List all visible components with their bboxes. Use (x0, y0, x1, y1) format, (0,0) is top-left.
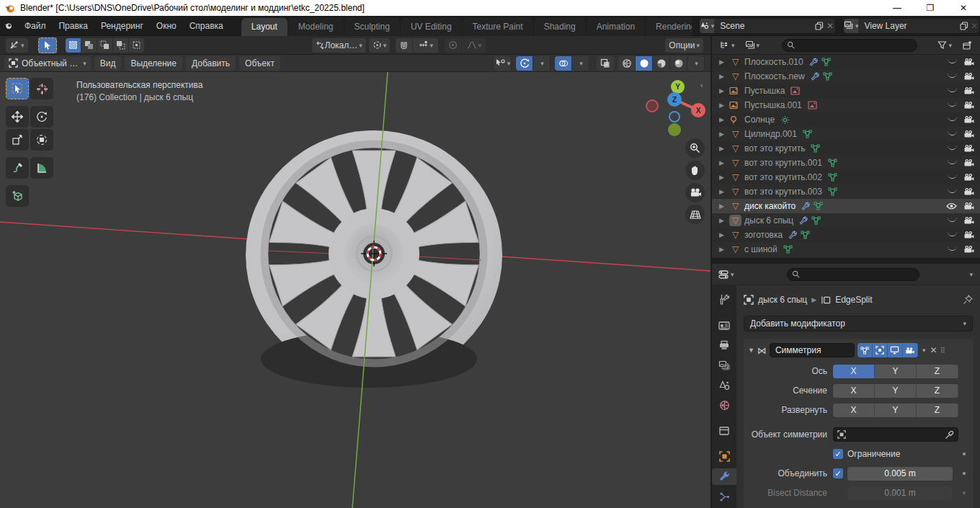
outliner-row[interactable]: ▶ ▽ зоготовка (712, 228, 980, 242)
object-name[interactable]: Цилиндр.001 (744, 129, 797, 139)
render-camera-icon[interactable] (963, 245, 974, 254)
hide-eye-closed-icon[interactable] (948, 159, 957, 164)
animate-dot[interactable] (963, 453, 966, 455)
minimize-button[interactable]: — (881, 0, 914, 16)
new-collection-button[interactable] (958, 38, 976, 53)
render-camera-icon[interactable] (963, 173, 974, 182)
zoom-view-button[interactable] (685, 138, 705, 158)
outliner-row[interactable]: ▶ ▽ Плоскость.new (712, 69, 980, 84)
expand-arrow-icon[interactable]: ▶ (719, 87, 729, 94)
object-name[interactable]: вот это крутить.001 (744, 158, 822, 168)
mirror-object-field[interactable] (833, 427, 958, 442)
gizmo-axis-z-neg[interactable] (669, 111, 680, 122)
toggle-realtime-display[interactable] (888, 343, 903, 357)
tool-transform-button[interactable] (30, 129, 53, 151)
tab-world[interactable] (712, 397, 736, 414)
hide-eye-closed-icon[interactable] (948, 102, 957, 107)
view-layer-copy-button[interactable] (958, 22, 970, 30)
hide-eye-closed-icon[interactable] (948, 73, 957, 78)
render-camera-icon[interactable] (963, 187, 974, 196)
object-name[interactable]: вот это крутить.003 (744, 187, 822, 197)
active-tool-select-box[interactable] (38, 37, 57, 53)
tool-annotate-button[interactable] (6, 157, 29, 179)
pan-view-button[interactable] (685, 161, 705, 180)
expand-arrow-icon[interactable]: ▶ (719, 130, 729, 138)
tab-collection[interactable] (712, 422, 736, 440)
expand-arrow-icon[interactable]: ▶ (719, 73, 729, 80)
axis-x-button[interactable]: X (833, 404, 875, 417)
modifier-extras-dropdown[interactable]: ▾ (922, 347, 926, 354)
tool-cursor-button[interactable] (30, 78, 53, 99)
tab-particles[interactable] (712, 488, 736, 505)
outliner-row[interactable]: ▶ ▽ Плоскость.010 (712, 55, 980, 69)
viewport-menu-item[interactable]: Выделение (125, 56, 182, 71)
axis-x-button[interactable]: X (833, 365, 875, 378)
outliner-row[interactable]: ▶ Солнце (712, 112, 980, 127)
render-camera-icon[interactable] (963, 58, 974, 66)
tool-scale-button[interactable] (6, 129, 29, 151)
select-mode-new[interactable] (66, 38, 81, 53)
workspace-tab[interactable]: UV Editing (401, 18, 462, 36)
hide-eye-closed-icon[interactable] (948, 231, 957, 236)
axis-y-button[interactable]: Y (875, 404, 917, 417)
render-camera-icon[interactable] (963, 86, 974, 95)
overlays-toggle[interactable] (555, 56, 572, 71)
object-name[interactable]: с шиной (744, 244, 778, 254)
panel-expand-arrow[interactable]: ▼ (748, 347, 754, 354)
expand-arrow-icon[interactable]: ▶ (719, 116, 729, 123)
hide-eye-closed-icon[interactable] (948, 87, 957, 92)
breadcrumb-modifier[interactable]: EdgeSplit (835, 295, 872, 305)
modifier-drag-handle[interactable]: ⠿ (940, 347, 946, 355)
gizmo-axis-x[interactable]: X (691, 103, 705, 117)
shading-solid-button[interactable] (636, 56, 653, 71)
transform-orientation-dropdown[interactable]: Локал…▾ (312, 38, 366, 53)
render-camera-icon[interactable] (963, 144, 974, 153)
select-mode-subtract[interactable] (97, 38, 113, 53)
menu-item[interactable]: Окно (150, 18, 183, 34)
expand-arrow-icon[interactable]: ▶ (719, 231, 729, 239)
perspective-toggle-button[interactable] (685, 205, 705, 224)
outliner-row[interactable]: ▶ ▽ вот это крутить.002 (712, 170, 980, 184)
proportional-editing-toggle[interactable] (445, 38, 462, 53)
modifier-name-field[interactable]: Симметрия (770, 343, 855, 357)
viewport-menu-item[interactable]: Объект (239, 56, 280, 71)
expand-arrow-icon[interactable]: ▶ (719, 217, 729, 224)
hide-eye-closed-icon[interactable] (948, 130, 957, 135)
outliner-row[interactable]: ▶ ▽ с шиной (712, 242, 980, 257)
shading-material-button[interactable] (653, 56, 670, 71)
axis-z-button[interactable]: Z (917, 384, 958, 398)
render-camera-icon[interactable] (963, 115, 974, 124)
hide-eye-closed-icon[interactable] (948, 246, 957, 251)
eyedropper-icon[interactable] (945, 430, 954, 440)
expand-arrow-icon[interactable]: ▶ (719, 188, 729, 195)
xray-toggle[interactable] (597, 56, 614, 71)
restore-button[interactable]: ❐ (914, 0, 947, 16)
merge-checkbox[interactable]: ✓ (833, 468, 843, 478)
workspace-tab[interactable]: Shading (534, 18, 586, 36)
object-name[interactable]: дыск 6 спыц (744, 215, 793, 226)
breadcrumb-object[interactable]: дыск 6 спыц (758, 295, 807, 305)
tool-select-box-button[interactable] (6, 78, 29, 99)
blender-menu-icon[interactable] (4, 19, 12, 32)
scene-browse-button[interactable]: ▾ (700, 18, 715, 34)
workspace-tab[interactable]: Texture Paint (463, 18, 533, 36)
object-name[interactable]: зоготовка (744, 230, 783, 240)
hide-eye-closed-icon[interactable] (948, 58, 957, 63)
outliner-display-mode-dropdown[interactable]: ▾ (716, 38, 739, 53)
render-camera-icon[interactable] (963, 231, 974, 239)
visibility-dropdown[interactable]: ▾ (494, 56, 512, 71)
expand-arrow-icon[interactable]: ▶ (719, 102, 729, 109)
hide-eye-closed-icon[interactable] (948, 145, 957, 150)
tab-view-layer[interactable] (712, 357, 736, 374)
axis-z-button[interactable]: Z (917, 404, 958, 417)
view-layer-remove-button[interactable]: ✕ (970, 21, 980, 31)
toggle-edit-mode-display[interactable] (858, 343, 873, 357)
editor-type-button[interactable]: ▾ (6, 38, 28, 53)
outliner-search-input[interactable] (782, 39, 917, 52)
axis-y-button[interactable]: Y (875, 384, 917, 398)
select-mode-extend[interactable] (81, 38, 97, 53)
gizmos-dropdown[interactable]: ▾ (533, 56, 551, 71)
toggle-render-display[interactable] (903, 343, 918, 357)
axis-z-button[interactable]: Z (917, 365, 958, 378)
properties-options-dropdown[interactable]: ▾ (969, 271, 973, 278)
